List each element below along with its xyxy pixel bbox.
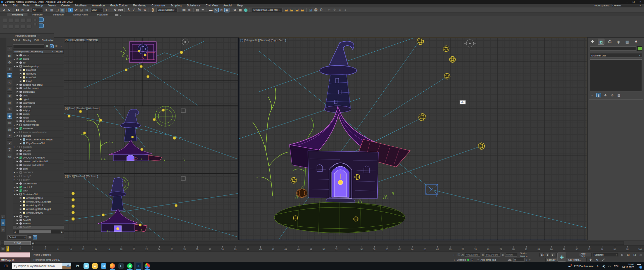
default-in-out-tangent-icon[interactable]: ⟡ <box>529 258 531 262</box>
z-coordinate-field[interactable]: 0,0cm <box>505 253 517 257</box>
menu-help[interactable]: Help <box>234 4 246 7</box>
scene-object-row[interactable]: ArnoldLight003 <box>13 211 64 215</box>
expand-icon[interactable]: ▶ <box>14 157 16 159</box>
rectangular-selection-icon[interactable]: ▢ <box>55 8 60 12</box>
scene-object-row[interactable]: okno <box>13 94 64 98</box>
expand-icon[interactable]: ▶ <box>14 128 16 130</box>
visibility-eye-icon[interactable] <box>16 223 18 224</box>
expand-icon[interactable]: ▶ <box>14 175 16 177</box>
display-geometry-icon[interactable]: ◧ <box>7 53 12 58</box>
search-highlight-image[interactable] <box>62 263 71 269</box>
scissors-dim-icon[interactable]: ✂ <box>327 8 332 12</box>
visibility-eye-icon[interactable] <box>16 131 18 133</box>
orthographic-viewport-canvas[interactable]: db <box>239 38 587 240</box>
display-helpers-icon[interactable]: ↖ <box>7 80 12 85</box>
menu-views[interactable]: Views <box>46 4 59 7</box>
ribbon-tool-button[interactable] <box>21 24 25 29</box>
ribbon-tool-button[interactable] <box>39 24 44 28</box>
visibility-eye-icon[interactable] <box>16 183 18 184</box>
project-folder-dropdown[interactable]: C:\Users\nati...\3ds Max 2023▾ <box>252 8 283 12</box>
visibility-eye-icon[interactable] <box>16 168 18 170</box>
menu-file[interactable]: File <box>0 4 10 7</box>
expand-icon[interactable]: ▶ <box>14 58 16 60</box>
expand-icon[interactable]: ▶ <box>14 215 16 217</box>
tab-selection[interactable]: Selection <box>48 13 68 16</box>
pin-stack-icon[interactable]: ⌖ <box>590 93 594 97</box>
use-pivot-center-icon[interactable]: ⊙ <box>105 8 110 12</box>
time-slider-handle[interactable]: 0 / 100 <box>4 241 31 245</box>
file-explorer-icon[interactable]: ▰ <box>91 262 99 270</box>
volume-icon[interactable]: ◄) <box>602 265 605 268</box>
explorer-menu-select[interactable]: Select <box>13 39 20 42</box>
expand-icon[interactable]: ▶ <box>14 186 16 188</box>
select-and-move-icon[interactable]: ✛ <box>68 8 73 12</box>
hierarchy-tab[interactable]: ☊ <box>606 39 613 45</box>
explorer-search-input[interactable] <box>13 44 44 48</box>
toggle-ribbon-icon[interactable]: ▬ <box>208 8 213 12</box>
visibility-eye-icon[interactable] <box>16 62 18 63</box>
scene-object-row[interactable]: ArnoldLight018 <box>13 204 64 208</box>
selection-filter-dropdown[interactable]: All▾ <box>32 8 43 12</box>
display-containers-icon[interactable]: ◍ <box>7 100 12 105</box>
go-to-start-icon[interactable]: |◀◀ <box>539 253 544 257</box>
menu-substance[interactable]: Substance <box>184 4 203 7</box>
bind-to-spacewarp-icon[interactable]: ≋ <box>25 8 31 12</box>
edit-named-selection-sets-icon[interactable]: {} <box>150 8 155 12</box>
dot-dim-icon[interactable]: ● <box>337 8 342 12</box>
scene-object-row[interactable]: Box076 <box>13 222 64 226</box>
tab-populate[interactable]: Populate <box>92 13 112 16</box>
chevron-down-icon[interactable]: ▾ <box>59 44 63 48</box>
network-icon[interactable]: ▭ <box>608 265 611 268</box>
scene-object-row[interactable]: ▼kamera <box>13 134 64 138</box>
display-tab[interactable]: ▥ <box>624 39 631 45</box>
scene-object-row[interactable]: ▶trawa <box>13 57 64 61</box>
scene-object-row[interactable]: ▶dechy <box>13 178 64 182</box>
modifier-stack-list[interactable] <box>590 59 642 91</box>
current-frame-field[interactable]: 0 <box>513 258 525 262</box>
object-name-field[interactable] <box>590 46 636 51</box>
percent-snap-icon[interactable]: % <box>137 8 142 12</box>
scene-object-row[interactable]: latarnia <box>13 105 64 108</box>
visibility-eye-icon[interactable] <box>16 109 18 111</box>
visibility-eye-icon[interactable] <box>16 117 18 119</box>
visibility-eye-icon[interactable] <box>16 120 18 122</box>
expand-all-icon[interactable]: E <box>7 134 12 139</box>
scene-object-row[interactable]: komin <box>13 112 64 116</box>
explorer-menu-display[interactable]: Display <box>23 39 32 42</box>
ribbon-tool-button[interactable] <box>27 18 32 22</box>
track-bar[interactable]: ≣ 02468101214161820222426283032343638404… <box>0 245 644 252</box>
scene-object-row[interactable]: ▶kamień wiecej <box>13 123 64 127</box>
filter-icon[interactable]: ∇ <box>7 147 12 152</box>
orthographic-viewport-label[interactable]: [+] [Orthographic] [Standard] [Edged Fac… <box>240 39 286 41</box>
ribbon-tool-button[interactable] <box>15 18 19 22</box>
explorer-horizontal-scrollbar[interactable]: ◀ ▶ <box>13 230 64 234</box>
filter-combination-icon[interactable]: ∇ <box>7 140 12 145</box>
visibility-eye-icon[interactable] <box>16 113 18 115</box>
scene-object-row[interactable]: ogień <box>13 98 64 101</box>
layout-tab-expand-button[interactable]: ▸ <box>1 215 5 218</box>
maps-icon[interactable]: L <box>117 262 125 270</box>
expand-icon[interactable]: ▶ <box>14 171 16 173</box>
menu-graph-editors[interactable]: Graph Editors <box>107 4 130 7</box>
lock-icon[interactable]: ⚿ <box>54 44 58 48</box>
configure-modifier-sets-icon[interactable]: ▨ <box>616 93 621 97</box>
visibility-eye-icon[interactable] <box>19 80 22 82</box>
scene-object-row[interactable]: księż <box>13 79 64 83</box>
select-and-scale-icon[interactable]: ◱ <box>79 8 84 12</box>
scene-object-row[interactable]: drzewo <box>13 152 64 156</box>
left-viewport-canvas[interactable] <box>64 174 238 240</box>
visibility-eye-icon[interactable] <box>16 153 18 155</box>
menu-rendering[interactable]: Rendering <box>130 4 149 7</box>
ribbon-tool-button[interactable] <box>9 24 13 29</box>
tab-freeform[interactable]: Freeform <box>28 13 48 16</box>
select-object-icon[interactable]: ➤ <box>44 8 49 12</box>
explorer-settings-icon[interactable]: ▤ <box>28 235 32 239</box>
scene-object-row[interactable]: ▶cegły <box>13 215 64 218</box>
zoom-all-icon[interactable]: ⊞ <box>626 253 631 257</box>
scene-object-row[interactable]: Box077 <box>13 218 64 222</box>
visibility-eye-icon[interactable] <box>16 146 18 148</box>
ribbon-tool-button[interactable] <box>9 18 13 22</box>
orthographic-viewport[interactable]: [+] [Orthographic] [Standard] [Edged Fac… <box>239 38 587 240</box>
scene-object-row[interactable]: ▶DECHY3 <box>13 171 64 175</box>
scene-object-row[interactable]: drewno pod kotłem001 <box>13 160 64 164</box>
